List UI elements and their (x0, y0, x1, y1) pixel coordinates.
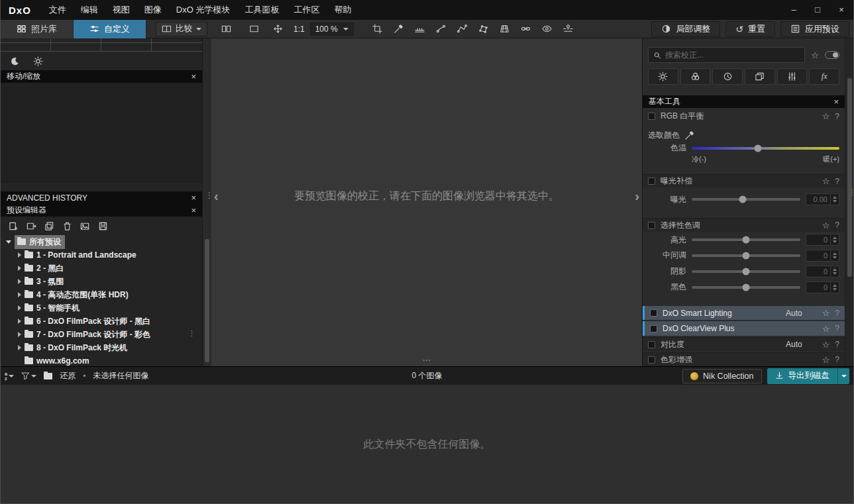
category-mixer-button[interactable] (777, 68, 808, 85)
polygon-tool-button[interactable] (476, 22, 492, 36)
caret-right-icon[interactable] (18, 345, 21, 350)
apply-preset-button[interactable]: 应用预设 (780, 21, 849, 37)
exposure-stepper[interactable] (831, 193, 839, 205)
exposure-checkbox[interactable] (648, 177, 655, 185)
highlights-value-box[interactable]: 0 (806, 234, 831, 246)
eyedropper-icon[interactable] (684, 130, 694, 140)
menu-optics-modules[interactable]: DxO 光学模块 (169, 0, 238, 20)
export-preset-icon[interactable] (27, 221, 36, 231)
highlights-slider-track[interactable] (692, 238, 800, 241)
export-main-section[interactable]: 导出到磁盘 (767, 368, 838, 384)
favorite-star-icon[interactable]: ☆ (822, 309, 830, 317)
blacks-slider-thumb[interactable] (743, 283, 750, 291)
menu-image[interactable]: 图像 (137, 0, 169, 20)
crop-tool-button[interactable] (370, 22, 386, 36)
tab-photo-library[interactable]: 照片库 (1, 20, 74, 38)
exposure-slider-thumb[interactable] (739, 196, 747, 203)
caret-right-icon[interactable] (18, 279, 21, 284)
tree-item-all-presets[interactable]: 所有预设 (1, 235, 202, 248)
control-line-button[interactable] (454, 22, 470, 36)
menu-edit[interactable]: 编辑 (74, 0, 105, 20)
sort-order-button[interactable]: az (5, 372, 14, 381)
active-corrections-toggle[interactable] (825, 51, 839, 59)
help-icon[interactable]: ? (835, 177, 839, 186)
moon-icon[interactable] (10, 56, 20, 66)
tree-item[interactable]: 6 - DxO FilmPack 设计师 - 黑白 (1, 315, 202, 328)
search-input[interactable] (665, 50, 800, 60)
caret-right-icon[interactable] (18, 252, 21, 258)
compare-button[interactable]: 比较 (156, 22, 207, 36)
search-box[interactable] (648, 47, 805, 63)
step-up-icon[interactable] (833, 196, 837, 199)
blacks-value-box[interactable]: 0 (806, 281, 831, 293)
smart-lighting-row[interactable]: DxO Smart Lighting Auto ☆ ? (643, 306, 845, 321)
menu-workspace[interactable]: 工作区 (286, 0, 327, 20)
export-options-dropdown[interactable] (837, 368, 849, 384)
clearview-checkbox[interactable] (650, 325, 657, 332)
zoom-level-select[interactable]: 100 % (310, 23, 354, 36)
perspective-tool-button[interactable] (497, 22, 513, 36)
help-icon[interactable]: ? (835, 355, 839, 364)
highlights-slider-thumb[interactable] (743, 236, 750, 244)
help-icon[interactable]: ? (835, 340, 839, 349)
local-adjustments-button[interactable]: 局部调整 (651, 21, 720, 37)
caret-right-icon[interactable] (18, 266, 21, 271)
tree-item[interactable]: 3 - 氛围 (1, 275, 202, 288)
smart-lighting-checkbox[interactable] (650, 309, 657, 317)
menu-tool-panels[interactable]: 工具面板 (237, 0, 286, 20)
nik-collection-button[interactable]: Nik Collection (682, 369, 761, 383)
close-icon[interactable]: × (191, 206, 196, 215)
blacks-stepper[interactable] (831, 281, 839, 293)
close-icon[interactable]: × (833, 97, 839, 106)
control-point-button[interactable] (433, 22, 449, 36)
favorite-star-icon[interactable]: ☆ (822, 356, 830, 364)
caret-right-icon[interactable] (18, 292, 21, 297)
maximize-button[interactable]: □ (806, 0, 829, 20)
menu-file[interactable]: 文件 (42, 0, 74, 20)
favorite-star-icon[interactable]: ☆ (822, 112, 830, 121)
caret-right-icon[interactable] (18, 332, 21, 337)
collapse-left-panel-icon[interactable]: ‹ (214, 188, 219, 203)
zoom-1to1-button[interactable]: 1:1 (288, 25, 310, 34)
tree-item[interactable]: 4 - 高动态范围(单张 HDR) (1, 288, 202, 301)
contrast-checkbox[interactable] (648, 341, 655, 348)
exposure-slider-track[interactable] (692, 198, 800, 201)
selected-tree-item[interactable]: 所有预设 (15, 235, 65, 249)
caret-right-icon[interactable] (18, 305, 21, 311)
panel-grip-icon[interactable]: ⋮ (188, 329, 195, 338)
help-icon[interactable]: ? (835, 112, 839, 121)
horizon-tool-button[interactable] (412, 22, 428, 36)
mask-opacity-button[interactable] (560, 22, 576, 36)
midtones-stepper[interactable] (831, 250, 839, 262)
temperature-slider-track[interactable] (692, 147, 839, 150)
midtones-slider-thumb[interactable] (743, 252, 750, 259)
single-view-button[interactable] (246, 22, 262, 36)
tree-item[interactable]: 7 - DxO FilmPack 设计师 - 彩色 (1, 328, 202, 341)
caret-down-icon[interactable] (6, 240, 11, 244)
export-to-disk-button[interactable]: 导出到磁盘 (767, 368, 850, 384)
tree-item[interactable]: www.x6g.com (1, 354, 202, 366)
browser-splitter-grip-icon[interactable]: ⋯ (423, 355, 431, 365)
close-button[interactable]: × (829, 0, 853, 20)
duplicate-preset-icon[interactable] (44, 221, 54, 231)
close-icon[interactable]: × (191, 193, 196, 202)
shadows-slider-thumb[interactable] (743, 268, 750, 275)
help-icon[interactable]: ? (835, 309, 839, 318)
shadows-value-box[interactable]: 0 (806, 266, 831, 277)
sun-icon[interactable] (33, 56, 43, 66)
menu-view[interactable]: 视图 (105, 0, 137, 20)
favorite-star-icon[interactable]: ☆ (822, 340, 830, 349)
new-preset-icon[interactable] (9, 221, 19, 231)
delete-preset-icon[interactable] (62, 221, 72, 231)
splitter-grip-icon[interactable]: ⋮ (848, 187, 854, 197)
blacks-slider-track[interactable] (692, 286, 800, 289)
minimize-button[interactable]: – (782, 0, 806, 20)
collapse-right-panel-icon[interactable]: › (635, 188, 639, 203)
color-enhance-checkbox[interactable] (648, 356, 655, 364)
preset-from-image-icon[interactable] (80, 221, 90, 231)
left-scrollbar-thumb[interactable] (205, 239, 209, 362)
white-balance-picker-button[interactable] (391, 22, 407, 36)
category-color-button[interactable] (680, 68, 711, 85)
step-down-icon[interactable] (833, 200, 837, 203)
filter-button[interactable] (21, 372, 36, 380)
